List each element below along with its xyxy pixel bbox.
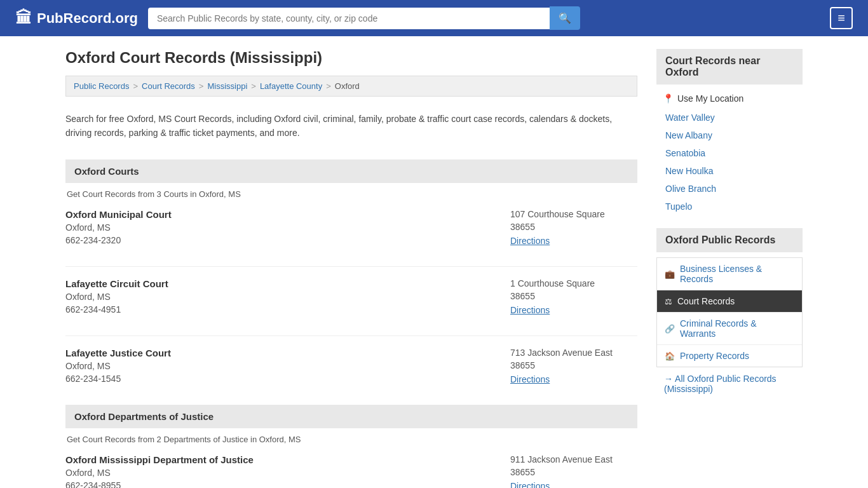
record-phone-2: 662-234-4951 [65,304,510,315]
sidebar-criminal-records[interactable]: 🔗 Criminal Records & Warrants [657,313,802,345]
search-bar: 🔍 [148,6,580,30]
house-icon: 🏠 [665,351,675,361]
doj-section-subtext: Get Court Records from 2 Departments of … [65,435,637,444]
record-lafayette-circuit: Lafayette Circuit Court Oxford, MS 662-2… [65,278,637,322]
directions-link-2[interactable]: Directions [510,305,550,315]
record-zip-1: 38655 [510,222,637,232]
search-input[interactable] [148,8,550,29]
record-name-3: Lafayette Justice Court [65,348,510,358]
breadcrumb-lafayette[interactable]: Lafayette County [260,81,322,91]
record-city-1: Oxford, MS [65,222,510,233]
logo-link[interactable]: 🏛 PubRecord.org [15,8,138,28]
record-address-1: 107 Courthouse Square [510,209,637,219]
record-address-2: 1 Courthouse Square [510,278,637,288]
courts-section-subtext: Get Court Records from 3 Courts in Oxfor… [65,189,637,199]
sidebar-nearby-new-houlka[interactable]: New Houlka [656,162,803,180]
site-header: 🏛 PubRecord.org 🔍 ≡ [0,0,868,36]
search-button[interactable]: 🔍 [550,6,580,30]
record-name-1: Oxford Municipal Court [65,209,510,220]
hamburger-icon: ≡ [837,11,845,25]
record-address-doj1: 911 Jackson Avenue East [510,454,637,464]
page-title: Oxford Court Records (Mississippi) [65,49,637,67]
courts-section-header: Oxford Courts [65,159,637,183]
record-lafayette-justice: Lafayette Justice Court Oxford, MS 662-2… [65,348,637,391]
use-location-link[interactable]: Use My Location [677,93,743,104]
sidebar-business-licenses[interactable]: 💼 Business Licenses & Records [657,258,802,290]
sidebar-nearby-olive-branch[interactable]: Olive Branch [656,180,803,198]
breadcrumb-mississippi[interactable]: Mississippi [207,81,247,91]
sidebar-records-list: 💼 Business Licenses & Records ⚖ Court Re… [656,257,803,367]
sidebar-court-records[interactable]: ⚖ Court Records [657,290,802,313]
search-icon: 🔍 [559,13,571,24]
record-ms-doj: Oxford Mississippi Department of Justice… [65,454,637,488]
sidebar-property-records[interactable]: 🏠 Property Records [657,345,802,367]
breadcrumb-court-records[interactable]: Court Records [142,81,195,91]
breadcrumb: Public Records > Court Records > Mississ… [65,76,637,97]
record-zip-doj1: 38655 [510,467,637,477]
main-content: Oxford Court Records (Mississippi) Publi… [65,49,637,488]
logo-icon: 🏛 [15,8,32,28]
breadcrumb-sep-3: > [251,81,256,91]
business-licenses-link[interactable]: Business Licenses & Records [680,264,794,284]
breadcrumb-public-records[interactable]: Public Records [74,81,129,91]
record-name-2: Lafayette Circuit Court [65,278,510,289]
briefcase-icon: 💼 [665,269,675,279]
record-city-3: Oxford, MS [65,361,510,371]
record-zip-3: 38655 [510,360,637,370]
breadcrumb-sep-2: > [199,81,204,91]
breadcrumb-sep-4: > [326,81,331,91]
directions-link-3[interactable]: Directions [510,374,550,384]
location-pin-icon: 📍 [663,93,674,104]
sidebar-nearby-water-valley[interactable]: Water Valley [656,109,803,126]
record-phone-3: 662-234-1545 [65,374,510,384]
sidebar-all-records[interactable]: → All Oxford Public Records (Mississippi… [656,371,803,396]
breadcrumb-sep-1: > [133,81,138,91]
record-zip-2: 38655 [510,291,637,301]
directions-link-1[interactable]: Directions [510,236,550,246]
sidebar-use-location[interactable]: 📍 Use My Location [656,90,803,107]
breadcrumb-oxford: Oxford [335,81,360,91]
sidebar-nearby-new-albany[interactable]: New Albany [656,126,803,144]
logo-text: PubRecord.org [37,10,138,27]
sidebar: Court Records near Oxford 📍 Use My Locat… [656,49,803,488]
record-phone-1: 662-234-2320 [65,235,510,245]
record-address-3: 713 Jackson Avenue East [510,348,637,358]
sidebar-nearby-tupelo[interactable]: Tupelo [656,198,803,215]
record-name-doj1: Oxford Mississippi Department of Justice [65,454,510,465]
link-icon: 🔗 [665,324,675,334]
doj-section-header: Oxford Departments of Justice [65,405,637,428]
sidebar-nearby-title: Court Records near Oxford [656,49,803,85]
sidebar-nearby-list: Water Valley New Albany Senatobia New Ho… [656,109,803,215]
directions-link-doj1[interactable]: Directions [510,481,550,488]
page-description: Search for free Oxford, MS Court Records… [65,105,637,147]
menu-button[interactable]: ≡ [830,7,853,29]
sidebar-nearby-senatobia[interactable]: Senatobia [656,144,803,162]
criminal-records-link[interactable]: Criminal Records & Warrants [680,318,794,339]
property-records-link[interactable]: Property Records [680,351,749,361]
scales-icon: ⚖ [665,297,672,306]
court-records-link[interactable]: Court Records [677,296,735,306]
record-oxford-municipal: Oxford Municipal Court Oxford, MS 662-23… [65,209,637,252]
sidebar-public-records-title: Oxford Public Records [656,228,803,252]
all-records-link[interactable]: → All Oxford Public Records (Mississippi… [664,374,776,394]
record-city-doj1: Oxford, MS [65,468,510,478]
record-phone-doj1: 662-234-8955 [65,480,510,488]
record-city-2: Oxford, MS [65,292,510,302]
